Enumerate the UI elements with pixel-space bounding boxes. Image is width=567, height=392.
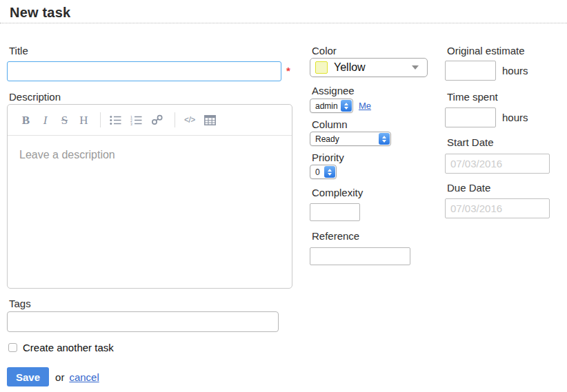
toolbar-separator: [100, 112, 101, 127]
save-button[interactable]: Save: [7, 367, 49, 386]
priority-selected-value: 0: [310, 167, 323, 177]
select-stepper-icon: [324, 166, 335, 178]
header-divider: [0, 23, 567, 23]
chevron-up-icon: [328, 169, 332, 172]
bold-button[interactable]: B: [21, 114, 31, 126]
assignee-selected-value: admin: [310, 101, 339, 111]
create-another-row: Create another task: [7, 341, 297, 353]
hours-suffix: hours: [502, 112, 528, 123]
table-button[interactable]: [204, 115, 216, 125]
description-label: Description: [9, 90, 297, 103]
assignee-label: Assignee: [312, 84, 434, 97]
original-estimate-row: hours: [445, 61, 567, 81]
original-estimate-input[interactable]: [445, 61, 496, 81]
create-another-checkbox[interactable]: [8, 343, 17, 352]
code-icon: </>: [184, 115, 195, 125]
tags-input[interactable]: [7, 311, 279, 332]
chevron-down-icon: [382, 140, 386, 143]
chevron-down-icon: [344, 107, 348, 110]
chevron-down-icon: [328, 173, 332, 176]
color-select[interactable]: Yellow: [310, 58, 428, 77]
middle-column: Color Yellow Assignee admin Me Column Re…: [310, 39, 434, 265]
assignee-row: admin Me: [310, 99, 434, 113]
priority-label: Priority: [312, 151, 434, 164]
create-another-label: Create another task: [23, 342, 114, 353]
or-text: or: [55, 371, 64, 383]
complexity-input[interactable]: [310, 203, 360, 221]
complexity-label: Complexity: [312, 186, 434, 199]
bullet-list-icon: [110, 115, 121, 125]
ordered-list-icon: 1 2 3: [130, 115, 142, 125]
left-column: Title * Description B I S H: [7, 39, 297, 386]
select-stepper-icon: [379, 133, 390, 145]
bold-icon: B: [22, 114, 30, 126]
due-date-input[interactable]: [445, 198, 550, 218]
description-editor: B I S H: [7, 104, 292, 289]
editor-toolbar: B I S H: [8, 105, 292, 136]
color-label: Color: [312, 44, 434, 57]
start-date-input[interactable]: [445, 154, 550, 174]
table-icon: [204, 115, 216, 125]
description-placeholder: Leave a description: [19, 149, 115, 161]
page-title: New task: [10, 5, 70, 21]
reference-input[interactable]: [310, 247, 410, 265]
italic-icon: I: [43, 114, 48, 126]
tags-label: Tags: [9, 297, 297, 310]
new-task-page: New task Title * Description B I S H: [0, 0, 567, 392]
form-actions: Save or cancel: [7, 367, 297, 386]
cancel-link[interactable]: cancel: [69, 371, 99, 383]
original-estimate-label: Original estimate: [447, 44, 567, 57]
strikethrough-icon: S: [61, 114, 68, 126]
right-column: Original estimate hours Time spent hours…: [445, 39, 567, 218]
heading-icon: H: [79, 114, 88, 126]
reference-label: Reference: [312, 229, 434, 243]
strikethrough-button[interactable]: S: [59, 114, 70, 126]
color-swatch-yellow: [315, 61, 328, 74]
required-asterisk: *: [286, 65, 290, 76]
select-stepper-icon: [341, 100, 352, 112]
color-selected-value: Yellow: [334, 61, 412, 74]
link-button[interactable]: [151, 114, 163, 125]
assign-to-me-link[interactable]: Me: [359, 101, 371, 111]
chevron-up-icon: [344, 103, 348, 105]
bullet-list-button[interactable]: [110, 115, 121, 125]
due-date-label: Due Date: [447, 181, 567, 194]
time-spent-row: hours: [445, 107, 567, 127]
svg-text:3: 3: [130, 121, 132, 125]
column-select[interactable]: Ready: [310, 132, 391, 146]
title-input[interactable]: [7, 61, 281, 81]
toolbar-separator: [175, 112, 175, 127]
time-spent-label: Time spent: [447, 90, 567, 103]
priority-select[interactable]: 0: [310, 165, 337, 179]
link-icon: [151, 114, 163, 125]
assignee-select[interactable]: admin: [310, 99, 353, 113]
italic-button[interactable]: I: [40, 114, 50, 126]
column-label: Column: [312, 118, 434, 131]
chevron-up-icon: [382, 136, 386, 138]
dropdown-arrow-icon: [412, 65, 419, 70]
title-label: Title: [9, 44, 297, 57]
title-row: *: [7, 61, 297, 81]
code-button[interactable]: </>: [184, 115, 195, 125]
start-date-label: Start Date: [447, 136, 567, 149]
column-selected-value: Ready: [310, 134, 377, 144]
time-spent-input[interactable]: [445, 107, 496, 127]
ordered-list-button[interactable]: 1 2 3: [130, 115, 142, 125]
description-input[interactable]: Leave a description: [8, 136, 292, 288]
hours-suffix: hours: [502, 65, 528, 76]
heading-button[interactable]: H: [79, 114, 89, 126]
